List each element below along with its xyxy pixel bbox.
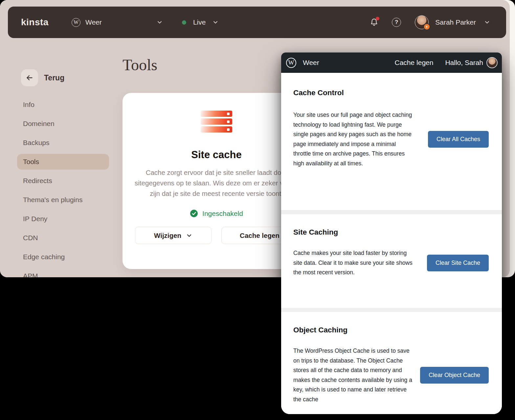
sidebar-item-backups[interactable]: Backups	[17, 135, 109, 151]
notifications-button[interactable]	[369, 18, 379, 27]
wordpress-icon: W	[286, 58, 296, 68]
change-cache-button[interactable]: Wijzigen	[135, 227, 212, 244]
wp-user-greeting[interactable]: Hallo, Sarah	[445, 59, 483, 67]
cache-server-icon	[201, 111, 232, 133]
check-circle-icon	[190, 209, 198, 218]
topbar-right-cluster: ? Sarah Parker	[369, 15, 490, 29]
user-avatar[interactable]	[415, 15, 429, 29]
site-caching-section: Site Caching Cache makes your site load …	[281, 214, 502, 308]
sidebar-nav: Info Domeinen Backups Tools Redirects Th…	[17, 97, 109, 277]
wp-user-avatar[interactable]	[486, 57, 498, 68]
cache-control-section: Cache Control Your site uses our full pa…	[281, 73, 502, 210]
sidebar-item-tools[interactable]: Tools	[17, 154, 109, 170]
clear-all-caches-button[interactable]: Clear All Caches	[428, 131, 489, 148]
chevron-down-icon	[156, 19, 163, 26]
section-text: Your site uses our full page and object …	[293, 110, 413, 168]
cache-settings-body: Cache Control Your site uses our full pa…	[281, 73, 502, 414]
page-title: Tools	[123, 56, 157, 74]
help-button[interactable]: ?	[392, 18, 401, 27]
environment-selector[interactable]: Live	[182, 18, 219, 26]
help-icon: ?	[395, 19, 398, 26]
site-switcher-label: Weer	[85, 18, 102, 26]
notification-dot	[376, 17, 379, 20]
screenshot-canvas: kinsta W Weer Live ?	[0, 0, 515, 420]
wp-site-name[interactable]: Weer	[303, 59, 319, 67]
section-title: Site Caching	[293, 228, 489, 237]
top-navigation-bar: kinsta W Weer Live ?	[8, 7, 506, 38]
clear-cache-label: Cache legen	[240, 232, 280, 240]
back-row: Terug	[21, 69, 109, 86]
kinsta-logo[interactable]: kinsta	[21, 17, 49, 28]
back-label: Terug	[44, 74, 64, 82]
back-button[interactable]	[21, 69, 38, 86]
clear-object-cache-button[interactable]: Clear Object Cache	[420, 367, 489, 384]
object-caching-section: Object Caching The WordPress Object Cach…	[281, 312, 502, 414]
arrow-left-icon	[25, 74, 34, 82]
card-description: Cache zorgt ervoor dat je site sneller l…	[134, 167, 299, 199]
chevron-down-icon[interactable]	[484, 19, 490, 26]
chevron-down-icon	[212, 19, 219, 26]
environment-label: Live	[193, 18, 206, 26]
sidebar-item-ip-deny[interactable]: IP Deny	[17, 211, 109, 227]
environment-dot	[182, 20, 186, 25]
sidebar-item-themas-en-plugins[interactable]: Thema's en plugins	[17, 192, 109, 208]
site-sidebar: Terug Info Domeinen Backups Tools Redire…	[17, 69, 109, 277]
section-title: Cache Control	[293, 89, 489, 97]
sidebar-item-apm[interactable]: APM	[17, 268, 109, 277]
cache-status-label: Ingeschakeld	[202, 210, 243, 218]
sidebar-item-cdn[interactable]: CDN	[17, 230, 109, 246]
user-name[interactable]: Sarah Parker	[435, 18, 476, 26]
section-text: The WordPress Object Cache is used to sa…	[293, 346, 413, 404]
chevron-down-icon	[186, 232, 192, 239]
site-switcher[interactable]: W Weer	[72, 18, 163, 27]
wp-admin-bar: W Weer Cache legen Hallo, Sarah	[281, 52, 502, 73]
wordpress-icon: W	[72, 18, 80, 27]
section-text: Cache makes your site load faster by sto…	[293, 248, 413, 278]
wp-admin-cache-panel: W Weer Cache legen Hallo, Sarah Cache Co…	[281, 52, 502, 414]
wp-admin-bar-right: Cache legen Hallo, Sarah	[395, 57, 502, 68]
change-cache-label: Wijzigen	[154, 232, 181, 240]
wp-cache-legen-link[interactable]: Cache legen	[395, 59, 434, 67]
sidebar-item-domeinen[interactable]: Domeinen	[17, 116, 109, 132]
sidebar-item-info[interactable]: Info	[17, 97, 109, 113]
sidebar-item-edge-caching[interactable]: Edge caching	[17, 249, 109, 265]
sidebar-item-redirects[interactable]: Redirects	[17, 173, 109, 189]
section-title: Object Caching	[293, 326, 489, 334]
clear-site-cache-button[interactable]: Clear Site Cache	[427, 255, 489, 271]
lightning-badge-icon	[423, 23, 430, 30]
